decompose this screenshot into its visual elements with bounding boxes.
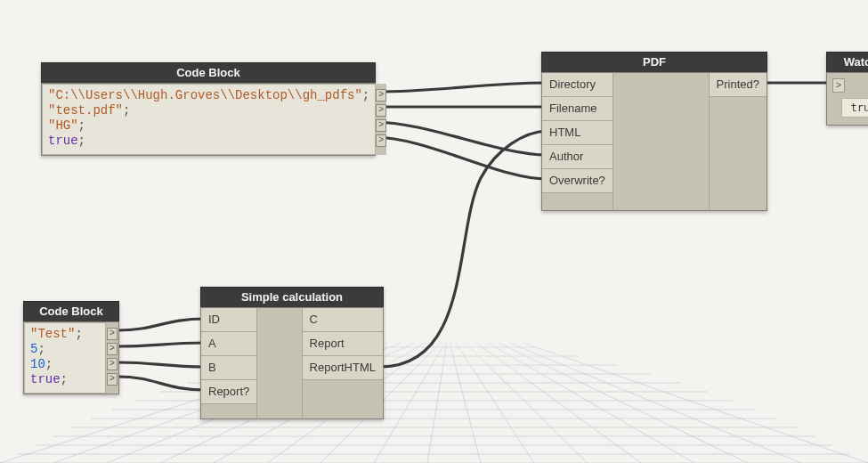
- pdf-node[interactable]: PDF DirectoryFilenameHTMLAuthorOverwrite…: [541, 52, 767, 211]
- node-title: Watch: [826, 52, 868, 72]
- output-port-report[interactable]: Report: [303, 332, 383, 356]
- watch-value: true: [841, 98, 868, 118]
- svg-line-26: [476, 343, 641, 463]
- output-port-icon[interactable]: >: [106, 356, 118, 371]
- input-port-filename[interactable]: Filename: [542, 97, 612, 121]
- output-port-icon[interactable]: >: [106, 341, 118, 356]
- output-port-icon[interactable]: >: [376, 133, 386, 148]
- input-port-html[interactable]: HTML: [542, 121, 612, 145]
- output-port-icon[interactable]: >: [376, 102, 386, 118]
- input-port-report[interactable]: Report?: [201, 380, 256, 404]
- svg-line-30: [523, 343, 868, 463]
- ground-plane: [0, 276, 868, 463]
- svg-rect-31: [0, 276, 868, 383]
- output-port-icon[interactable]: >: [106, 326, 118, 341]
- node-title: Code Block: [23, 301, 119, 321]
- output-port-icon[interactable]: >: [376, 118, 386, 133]
- svg-line-21: [374, 343, 445, 463]
- code-area[interactable]: "Test"; 5; 10; true;: [24, 322, 106, 394]
- node-title: Code Block: [41, 62, 376, 83]
- simple-calculation-node[interactable]: Simple calculation IDABReport? CReportRe…: [200, 287, 384, 419]
- codeblock-1[interactable]: Code Block "C:\\Users\\Hugh.Groves\\Desk…: [41, 62, 376, 156]
- watch-node[interactable]: Watch > > true: [826, 52, 868, 126]
- input-port-directory[interactable]: Directory: [542, 73, 612, 97]
- svg-line-22: [427, 343, 447, 463]
- svg-line-25: [465, 343, 588, 463]
- input-port-a[interactable]: A: [201, 332, 256, 356]
- output-port-reporthtml[interactable]: ReportHTML: [303, 356, 383, 380]
- code-area[interactable]: "C:\\Users\\Hugh.Groves\\Desktop\\gh_pdf…: [42, 84, 376, 155]
- svg-line-28: [499, 343, 748, 463]
- svg-line-27: [488, 343, 694, 463]
- node-title: Simple calculation: [200, 287, 384, 307]
- input-port-author[interactable]: Author: [542, 145, 612, 169]
- output-port-column: >>>>: [376, 84, 386, 155]
- watch-port-row: > >: [832, 78, 868, 93]
- output-port-icon[interactable]: >: [376, 87, 386, 102]
- input-port-b[interactable]: B: [201, 356, 256, 380]
- svg-line-29: [509, 343, 801, 463]
- output-port-icon[interactable]: >: [106, 371, 118, 386]
- input-port-overwrite[interactable]: Overwrite?: [542, 169, 612, 193]
- output-port-column: >>>>: [106, 322, 118, 394]
- output-port-printed[interactable]: Printed?: [710, 73, 767, 97]
- output-port-c[interactable]: C: [303, 308, 383, 332]
- watch-in-port-icon[interactable]: >: [832, 78, 845, 93]
- svg-line-24: [456, 343, 534, 463]
- codeblock-2[interactable]: Code Block "Test"; 5; 10; true; >>>>: [23, 301, 119, 394]
- input-port-id[interactable]: ID: [201, 308, 256, 332]
- svg-line-23: [450, 343, 481, 463]
- node-title: PDF: [541, 52, 767, 72]
